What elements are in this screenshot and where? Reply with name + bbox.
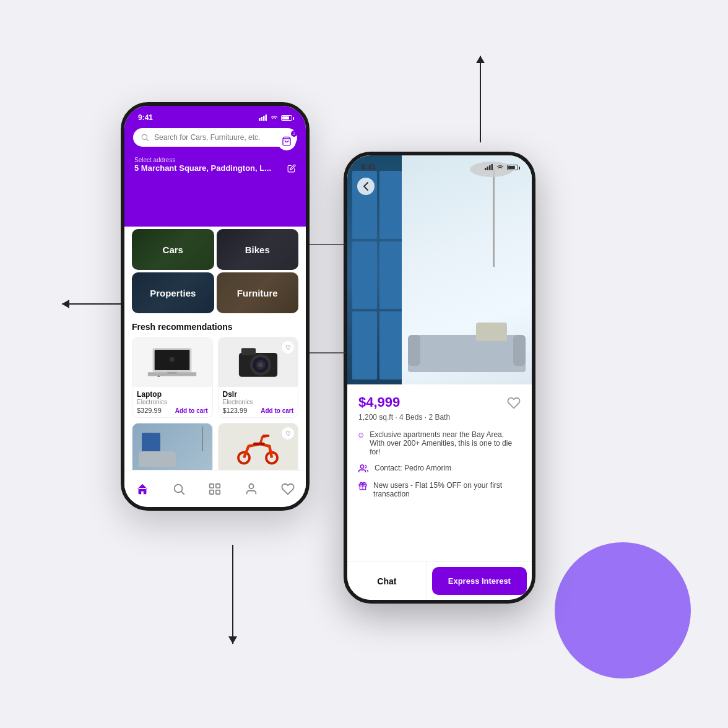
categories-grid: Cars Bikes Properties Furniture — [124, 227, 306, 317]
search-icon — [141, 133, 149, 142]
wifi-icon-2 — [496, 164, 505, 170]
reco-title: Fresh recommendations — [132, 322, 298, 332]
status-bar-1: 9:41 — [124, 106, 306, 122]
bottom-navigation — [124, 470, 306, 507]
lamp-pole — [493, 168, 495, 267]
promo-icon — [358, 481, 367, 491]
svg-rect-1 — [261, 117, 263, 121]
phone1-device: 9:41 — [121, 102, 310, 511]
category-bikes[interactable]: Bikes — [217, 229, 299, 270]
time-display-2: 9:41 — [361, 163, 376, 171]
property-specs: 1,200 sq.ft · 4 Beds · 2 Bath — [358, 413, 521, 422]
battery-icon — [281, 115, 292, 121]
product-info-laptop: Laptop Electronics $329.99 Add to cart — [132, 387, 212, 417]
svg-rect-3 — [266, 115, 267, 121]
property-price: $4,999 — [358, 394, 400, 410]
search-nav-icon — [172, 482, 186, 496]
wishlist-icon-dslr[interactable]: ♡ — [282, 341, 294, 353]
svg-point-35 — [360, 465, 363, 468]
promo-row: New users - Flat 15% OFF on your first t… — [358, 481, 521, 498]
status-icons-2 — [485, 164, 518, 170]
category-properties[interactable]: Properties — [132, 272, 214, 313]
svg-rect-11 — [158, 375, 160, 376]
phone1-header: 9:41 — [124, 106, 306, 227]
address-value: 5 Marchant Square, Paddington, L... — [134, 163, 296, 173]
svg-rect-2 — [263, 116, 265, 121]
property-actions: Chat Express Interest — [347, 561, 532, 600]
svg-rect-13 — [241, 348, 256, 355]
edit-icon[interactable] — [287, 164, 296, 173]
nav-profile[interactable] — [245, 482, 258, 496]
property-description: Exclusive apartments near the Bay Area. … — [370, 430, 521, 456]
product-card-laptop[interactable]: Laptop Electronics $329.99 Add to cart — [132, 337, 213, 418]
property-hero-image: 9:41 — [347, 155, 532, 384]
contact-info: Contact: Pedro Amorim — [375, 464, 451, 472]
signal-icon — [259, 115, 267, 121]
svg-rect-0 — [259, 118, 261, 121]
cart-button[interactable]: 2 — [277, 132, 296, 150]
arrow-down — [232, 545, 233, 644]
promo-text: New users - Flat 15% OFF on your first t… — [373, 481, 521, 498]
svg-rect-31 — [492, 164, 493, 170]
cart-icon — [282, 136, 292, 146]
room-visual — [347, 155, 532, 384]
arrow-up — [480, 56, 481, 142]
wishlist-nav-icon — [281, 482, 295, 496]
svg-rect-23 — [210, 483, 214, 487]
price-row: $4,999 — [358, 394, 521, 410]
category-cars[interactable]: Cars — [132, 229, 214, 270]
room-interior — [402, 155, 532, 384]
nav-search[interactable] — [172, 482, 186, 496]
property-details: $4,999 1,200 sq.ft · 4 Beds · 2 Bath Exc… — [347, 384, 532, 516]
side-table — [476, 323, 507, 341]
contact-icon — [358, 464, 368, 474]
home-icon — [136, 482, 149, 496]
svg-point-10 — [170, 357, 175, 362]
room-door-panels — [347, 155, 409, 384]
cart-badge: 2 — [291, 131, 297, 137]
svg-point-17 — [258, 362, 263, 367]
signal-icon-2 — [485, 164, 493, 170]
category-furniture[interactable]: Furniture — [217, 272, 299, 313]
svg-rect-29 — [487, 167, 489, 170]
product-image-dslr: ♡ — [219, 337, 298, 387]
svg-rect-21 — [253, 442, 265, 445]
info-icon — [358, 430, 363, 440]
search-bar[interactable] — [133, 128, 297, 147]
svg-point-27 — [249, 483, 253, 488]
purple-circle — [555, 542, 691, 678]
heart-button[interactable] — [507, 396, 521, 409]
nav-home[interactable] — [136, 482, 149, 496]
battery-icon-2 — [507, 165, 518, 170]
contact-row: Contact: Pedro Amorim — [358, 464, 521, 474]
wifi-icon — [270, 115, 279, 121]
laptop-visual — [147, 345, 197, 379]
chat-button[interactable]: Chat — [347, 562, 427, 600]
svg-rect-24 — [216, 483, 220, 487]
camera-visual — [236, 345, 280, 379]
grid-icon — [208, 482, 222, 496]
phone2-device: 9:41 — [344, 152, 535, 604]
search-input[interactable] — [154, 133, 290, 142]
description-row: Exclusive apartments near the Bay Area. … — [358, 430, 521, 456]
status-bar-2: 9:41 — [347, 155, 532, 171]
svg-rect-25 — [210, 490, 214, 493]
product-info-dslr: Dslr Electronics $123.99 Add to cart — [219, 387, 298, 417]
back-button[interactable] — [357, 178, 375, 195]
svg-rect-20 — [262, 435, 269, 437]
wishlist-icon-scooter[interactable]: ♡ — [282, 427, 294, 440]
svg-rect-9 — [167, 372, 177, 373]
time-display: 9:41 — [138, 113, 153, 122]
address-section: Select address 5 Marchant Square, Paddin… — [124, 153, 306, 176]
product-image-apt: ♡ — [132, 423, 212, 473]
svg-rect-26 — [216, 490, 220, 493]
express-interest-button[interactable]: Express Interest — [432, 567, 527, 595]
svg-rect-28 — [485, 168, 487, 170]
nav-categories[interactable] — [208, 482, 222, 496]
product-card-dslr[interactable]: ♡ Dslr Electronics $123.99 — [218, 337, 299, 418]
nav-wishlist[interactable] — [281, 482, 295, 496]
product-image-scooter: ♡ — [219, 423, 298, 473]
profile-icon — [245, 482, 258, 496]
product-image-laptop — [132, 337, 212, 387]
back-icon — [363, 181, 369, 191]
